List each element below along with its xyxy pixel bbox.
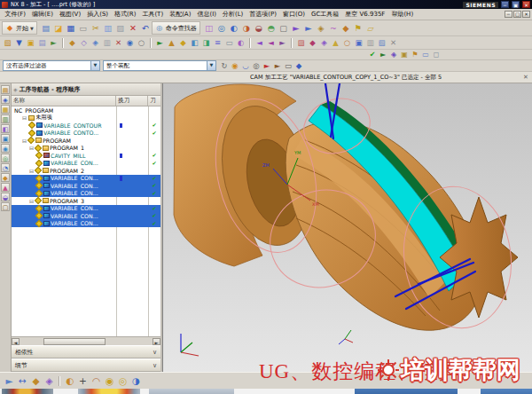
machine-sim-icon[interactable]: ◐ xyxy=(236,37,246,48)
expand-collapse-icon[interactable]: ⊟ xyxy=(28,168,35,174)
child-minimize-button[interactable]: ─ xyxy=(505,11,512,18)
snap-point-icon[interactable]: ◄ xyxy=(266,37,277,48)
close-group-icon[interactable]: ✕ xyxy=(388,37,399,48)
system-materials-icon[interactable]: ◆ xyxy=(1,173,10,182)
tree-row-unused-items[interactable]: ⊟未用项 xyxy=(12,114,160,122)
cut-object-icon[interactable]: ◇ xyxy=(79,37,90,48)
tree-row-program[interactable]: ⊟PROGRAM xyxy=(12,137,160,145)
constraint-navigator-icon[interactable]: ◈ xyxy=(1,95,10,104)
menu-format[interactable]: 格式(R) xyxy=(112,10,139,19)
flag-note-icon[interactable]: ⚑ xyxy=(352,22,364,34)
eye-select-icon[interactable]: ◎ xyxy=(252,61,262,71)
menu-help[interactable]: 帮助(H) xyxy=(388,10,417,19)
snap-toggle-icon[interactable]: ◡ xyxy=(241,61,251,71)
create-program-icon[interactable]: ▧ xyxy=(3,37,13,48)
undo-icon[interactable]: ↶ xyxy=(139,22,151,34)
studio-view-icon[interactable]: ◓ xyxy=(265,22,277,34)
move-component-icon[interactable]: ↔ xyxy=(17,374,29,387)
copy-object-icon[interactable]: ◈ xyxy=(90,37,101,48)
menu-edit[interactable]: 编辑(E) xyxy=(29,10,57,19)
list-output-icon[interactable]: ◻ xyxy=(432,50,442,59)
tree-row-program-1[interactable]: ⊟PROGRAM_1 xyxy=(12,145,160,153)
column-path[interactable]: 刀 xyxy=(148,96,160,106)
view-layout-icon[interactable]: ▢ xyxy=(278,22,289,34)
child-restore-button[interactable]: ▢ xyxy=(513,11,521,18)
save-icon[interactable]: ▦ xyxy=(65,22,76,34)
hd3d-tools-icon[interactable]: ◉ xyxy=(1,144,10,153)
menu-assemblies[interactable]: 装配(A) xyxy=(167,10,194,19)
pattern-component-icon[interactable]: ◈ xyxy=(43,374,56,387)
gear-end-face[interactable] xyxy=(440,197,518,318)
orient-view-2-icon[interactable]: ► xyxy=(302,22,314,34)
menu-tools[interactable]: 工具(T) xyxy=(139,10,167,19)
replay-toolpath-icon[interactable]: ► xyxy=(379,50,388,59)
minimize-button[interactable]: ─ xyxy=(501,1,509,8)
expand-collapse-icon[interactable]: ⊟ xyxy=(21,114,27,121)
add-geometry-icon[interactable]: + xyxy=(77,374,90,387)
selection-tool-icon[interactable]: ► xyxy=(4,374,16,387)
tree-row-program-2[interactable]: ⊟PROGRAM_2 xyxy=(12,167,160,175)
menu-analysis[interactable]: 分析(L) xyxy=(219,10,246,19)
wireframe-view-icon[interactable]: ◒ xyxy=(253,22,264,34)
orient-view-1-icon[interactable]: ► xyxy=(290,22,301,34)
tree-row-program-3[interactable]: ⊟PROGRAM_3 xyxy=(12,197,160,205)
operation-navigator-icon[interactable]: ▥ xyxy=(1,114,10,123)
shaded-select-icon[interactable]: ◆ xyxy=(294,61,304,71)
menu-starsky-version[interactable]: 星空 V6.935F xyxy=(342,10,388,19)
magnify-icon[interactable]: ◎ xyxy=(117,374,129,387)
print-icon[interactable]: ▭ xyxy=(77,22,89,34)
close-button[interactable]: ✕ xyxy=(522,1,530,8)
render-style-icon[interactable]: ◐ xyxy=(64,374,76,387)
expand-collapse-icon[interactable]: ⊟ xyxy=(21,138,27,144)
web-browser-icon[interactable]: ◎ xyxy=(1,154,10,162)
shaded-view-icon[interactable]: ◐ xyxy=(228,22,239,34)
scroll-right-icon[interactable]: ► xyxy=(153,338,160,345)
machine-navigator-icon[interactable]: ◧ xyxy=(1,124,10,133)
tree-row-variable-contour[interactable]: VARIABLE_CONTOUR✔ xyxy=(12,122,160,130)
tree-row-nc-program[interactable]: NC_PROGRAM xyxy=(12,106,160,114)
transform-icon[interactable]: ≡ xyxy=(213,37,223,48)
assembly-navigator-icon[interactable]: ▤ xyxy=(1,85,10,94)
post-process-icon[interactable]: ⚑ xyxy=(411,50,420,59)
measure-icon[interactable]: ▱ xyxy=(364,22,376,34)
verify-toolpath-icon[interactable]: ◈ xyxy=(389,50,399,59)
selection-scope-dropdown[interactable]: 整个装配 ▼ xyxy=(103,60,216,71)
create-operation-icon[interactable]: ► xyxy=(49,37,59,48)
generate-icon[interactable]: ► xyxy=(155,37,166,48)
highlight-icon[interactable]: ◉ xyxy=(231,61,240,71)
child-close-button[interactable]: ✕ xyxy=(522,11,530,18)
refresh-selection-icon[interactable]: ↻ xyxy=(220,61,230,71)
menu-preferences[interactable]: 首选项(P) xyxy=(246,10,280,19)
details-section[interactable]: 细节 ∨ xyxy=(12,359,160,372)
cut-icon[interactable]: ✂ xyxy=(90,22,101,34)
info-window-icon[interactable]: ▧ xyxy=(377,37,387,48)
gear-modeling-icon[interactable]: ◆ xyxy=(340,22,351,34)
expand-collapse-icon[interactable]: ⊟ xyxy=(28,198,35,204)
create-geometry-icon[interactable]: ▣ xyxy=(26,37,36,48)
shop-doc-icon[interactable]: ▭ xyxy=(421,50,431,59)
system-scenes-icon[interactable]: ▢ xyxy=(1,202,10,211)
reuse-library-icon[interactable]: ▣ xyxy=(1,134,10,143)
delete-icon[interactable]: ✕ xyxy=(127,22,138,34)
command-finder-button[interactable]: ◎ 命令查找器 xyxy=(152,21,200,35)
menu-gc-toolbox[interactable]: GC工具箱 xyxy=(308,10,341,19)
list-icon[interactable]: ▭ xyxy=(224,37,235,48)
tree-row-variable-con-7[interactable]: VARIABLE_CON...✔ xyxy=(12,220,160,228)
column-toolchange[interactable]: 换刀 xyxy=(116,96,148,106)
process-studio-icon[interactable]: ▲ xyxy=(1,183,10,192)
rect-select-icon[interactable]: ▭ xyxy=(284,61,293,71)
tree-row-cavity-mill[interactable]: CAVITY_MILL✔ xyxy=(12,152,160,160)
history-icon[interactable]: ◔ xyxy=(1,163,10,172)
assembly-constraints-icon[interactable]: ◆ xyxy=(30,374,43,387)
maximize-button[interactable]: ▣ xyxy=(512,1,520,8)
edit-object-icon[interactable]: ◆ xyxy=(67,37,78,48)
scroll-thumb[interactable] xyxy=(43,338,106,345)
mcs-display-icon[interactable]: ▨ xyxy=(296,37,307,48)
snap-end-icon[interactable]: ► xyxy=(278,37,288,48)
tree-row-variable-con-6[interactable]: VARIABLE_CON...✔ xyxy=(12,212,160,220)
prev-selection-icon[interactable]: ► xyxy=(273,61,283,71)
cue-close-icon[interactable]: ✕ xyxy=(521,74,530,81)
menu-view[interactable]: 视图(V) xyxy=(56,10,83,19)
paste-icon[interactable]: ▨ xyxy=(114,22,126,34)
select-filter-icon[interactable]: ◄ xyxy=(254,37,265,48)
